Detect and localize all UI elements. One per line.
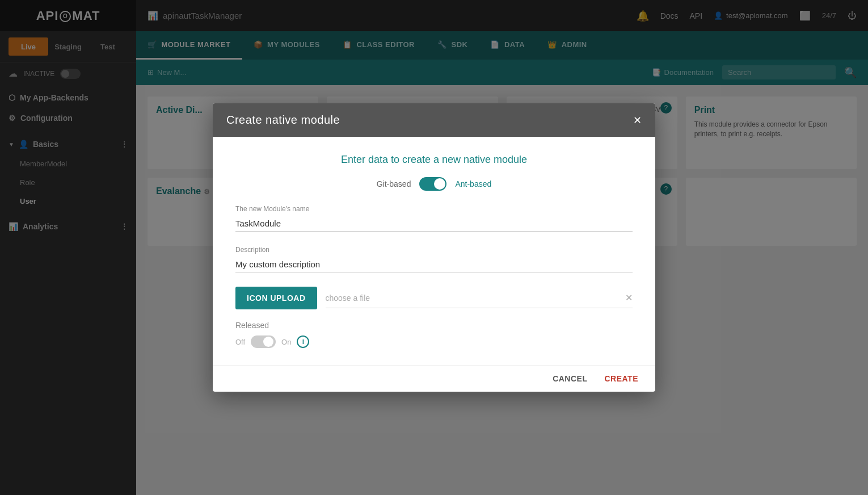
modal-header: Create native module ✕ [213,103,655,137]
modal-subtitle: Enter data to create a new native module [235,154,633,166]
modal-overlay: Create native module ✕ Enter data to cre… [0,0,868,495]
icon-upload-button[interactable]: ICON UPLOAD [235,287,317,309]
released-on-label: On [281,338,291,346]
create-native-module-modal: Create native module ✕ Enter data to cre… [213,103,655,392]
modal-title: Create native module [226,114,340,127]
description-field: Description [235,246,633,272]
module-name-field: The new Module's name [235,205,633,232]
released-off-label: Off [235,338,245,346]
released-section: Released Off On i [235,321,633,348]
git-ant-toggle[interactable] [419,177,446,191]
toggle-pill-knob [434,178,445,190]
create-button[interactable]: CREATE [604,374,638,383]
git-based-label: Git-based [377,179,411,188]
ant-based-label: Ant-based [455,179,491,188]
released-toggle[interactable] [251,335,276,348]
modal-body: Enter data to create a new native module… [213,137,655,365]
released-info-icon[interactable]: i [297,335,309,348]
icon-upload-row: ICON UPLOAD choose a file ✕ [235,287,633,309]
released-toggle-row: Off On i [235,335,633,348]
description-input[interactable] [235,257,633,272]
released-label: Released [235,321,633,330]
module-name-input[interactable] [235,216,633,232]
upload-input-area: choose a file ✕ [326,288,633,308]
module-name-label: The new Module's name [235,205,633,213]
modal-footer: CANCEL CREATE [213,365,655,392]
modal-close-button[interactable]: ✕ [633,115,642,125]
git-ant-toggle-row: Git-based Ant-based [235,177,633,191]
upload-placeholder: choose a file [326,293,370,303]
cancel-button[interactable]: CANCEL [553,374,587,383]
description-label: Description [235,246,633,254]
upload-clear-button[interactable]: ✕ [625,292,633,303]
released-toggle-knob [263,337,273,347]
